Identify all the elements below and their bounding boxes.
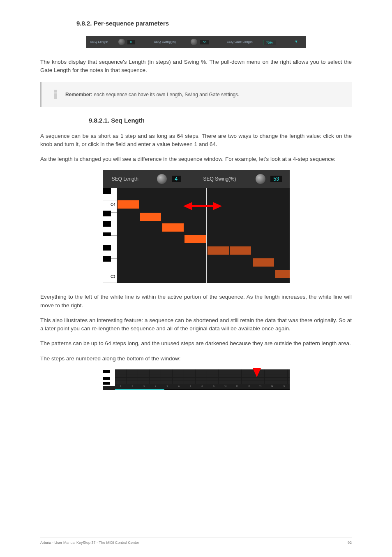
arrow-down-icon: [253, 368, 261, 377]
key-label-c4: C4: [111, 202, 115, 207]
body-text: The patterns can be up to 64 steps long,…: [40, 339, 352, 348]
seq-swing-value[interactable]: 53: [270, 176, 282, 182]
step-number: 5: [161, 385, 173, 388]
step-number: 14: [266, 385, 278, 388]
note-block-inactive: [230, 246, 251, 255]
seq-gate-label: SEQ Gate Length: [227, 40, 253, 44]
seq-swing-knob[interactable]: [256, 174, 265, 184]
step-number: 6: [173, 385, 184, 388]
seq-length-label: SEQ Length: [112, 176, 138, 182]
piano-keys-small: [103, 369, 115, 386]
note-block: [184, 235, 206, 243]
body-text: This also illustrates an interesting fea…: [40, 316, 352, 333]
body-text: Everything to the left of the white line…: [40, 293, 352, 310]
note-block: [140, 213, 161, 221]
callout-text: Remember: each sequence can have its own…: [65, 92, 240, 97]
info-icon: [51, 90, 60, 100]
seq-length-value[interactable]: 8: [127, 40, 135, 44]
key-label-c3: C3: [111, 274, 115, 278]
step-number: 2: [127, 385, 138, 388]
remember-callout: Remember: each sequence can have its own…: [40, 82, 352, 107]
step-number: 1: [115, 385, 127, 388]
seq-length-label: SEQ Length: [90, 40, 108, 44]
body-text: The steps are numbered along the bottom …: [40, 355, 352, 363]
step-number: 11: [231, 385, 243, 388]
note-block-inactive: [253, 258, 274, 267]
seq-swing-value[interactable]: 53: [200, 40, 210, 44]
footer-left: Arturia - User Manual KeyStep 37 - The M…: [40, 541, 139, 545]
heading-9821: 9.8.2.1. Seq Length: [89, 117, 352, 124]
note-block-inactive: [275, 270, 290, 278]
arrow-shaft: [192, 205, 213, 207]
seq-gate-value[interactable]: 75%: [263, 40, 276, 45]
arrow-left-icon: [183, 202, 192, 210]
seq-swing-label: SEQ Swing(%): [154, 40, 176, 44]
body-text: The knobs display that sequence's Length…: [40, 58, 352, 75]
heading-982: 9.8.2. Per-sequence parameters: [76, 20, 352, 27]
seq-length-knob[interactable]: [118, 39, 125, 45]
step-numbers: 123456789101112131415: [115, 385, 290, 388]
chevron-down-icon[interactable]: ▼: [295, 39, 299, 44]
step-number: 4: [150, 385, 161, 388]
scrollbar-thumb[interactable]: [115, 389, 164, 390]
step-numbers-bar: 123456789101112131415: [103, 369, 290, 390]
step-number: 3: [138, 385, 150, 388]
seq-length-value[interactable]: 4: [172, 176, 181, 182]
note-block: [118, 200, 139, 209]
step-number: 15: [278, 385, 289, 388]
note-block: [162, 223, 184, 232]
footer-right: 92: [348, 541, 352, 545]
arrow-right-icon: [213, 202, 222, 210]
body-text: As the length is changed you will see a …: [40, 155, 352, 163]
step-number: 9: [208, 385, 219, 388]
step-number: 12: [243, 385, 254, 388]
step-number: 8: [196, 385, 208, 388]
active-boundary-line: [206, 188, 207, 283]
body-text: A sequence can be as short as 1 step and…: [40, 132, 352, 149]
seq-length-knob[interactable]: [157, 174, 167, 184]
seq-length-example: SEQ Length 4 SEQ Swing(%) 53 C4 C3: [103, 170, 290, 283]
seq-swing-knob[interactable]: [191, 39, 197, 45]
seq-swing-label: SEQ Swing(%): [203, 176, 236, 182]
page-footer: Arturia - User Manual KeyStep 37 - The M…: [0, 538, 392, 545]
step-number: 10: [219, 385, 231, 388]
step-number: 13: [254, 385, 266, 388]
note-block-inactive: [208, 246, 229, 255]
step-number: 7: [184, 385, 196, 388]
per-sequence-params-bar: SEQ Length 8 SEQ Swing(%) 53 SEQ Gate Le…: [86, 36, 306, 48]
piano-keys: C4 C3: [103, 188, 117, 283]
